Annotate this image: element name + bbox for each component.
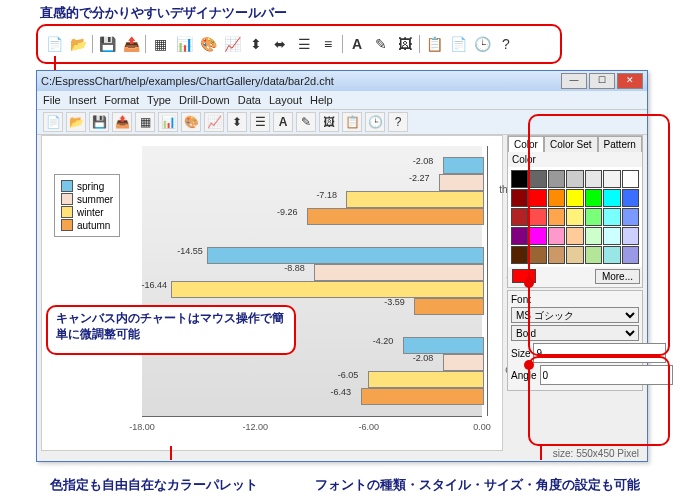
- x-axis: [142, 416, 482, 417]
- bar-label: -6.43: [331, 387, 352, 397]
- win-save-icon[interactable]: 💾: [89, 112, 109, 132]
- leader-dot: [524, 360, 534, 370]
- legend-item[interactable]: spring: [61, 180, 113, 192]
- menu-data[interactable]: Data: [238, 94, 261, 106]
- close-button[interactable]: ✕: [617, 73, 643, 89]
- trend-icon[interactable]: 📈: [222, 34, 242, 54]
- color-swatch[interactable]: [511, 227, 528, 245]
- copy-icon[interactable]: 📋: [424, 34, 444, 54]
- help-icon[interactable]: ?: [496, 34, 516, 54]
- x-tick-label: -18.00: [129, 422, 155, 432]
- win-open-icon[interactable]: 📂: [66, 112, 86, 132]
- win-list-icon[interactable]: ☰: [250, 112, 270, 132]
- list-icon[interactable]: ☰: [294, 34, 314, 54]
- menu-file[interactable]: File: [43, 94, 61, 106]
- text-icon[interactable]: A: [347, 34, 367, 54]
- win-sort-icon[interactable]: ⬍: [227, 112, 247, 132]
- grid-icon[interactable]: ▦: [150, 34, 170, 54]
- bar[interactable]: [368, 371, 484, 388]
- color-swatch[interactable]: [511, 208, 528, 226]
- win-pen-icon[interactable]: ✎: [296, 112, 316, 132]
- color-swatch[interactable]: [511, 170, 528, 188]
- maximize-button[interactable]: ☐: [589, 73, 615, 89]
- open-icon[interactable]: 📂: [68, 34, 88, 54]
- color-swatch[interactable]: [511, 189, 528, 207]
- color-swatch[interactable]: [511, 246, 528, 264]
- win-text-icon[interactable]: A: [273, 112, 293, 132]
- bar-label: -4.20: [373, 336, 394, 346]
- win-chart-icon[interactable]: 📊: [158, 112, 178, 132]
- win-export-icon[interactable]: 📤: [112, 112, 132, 132]
- bar[interactable]: [414, 298, 484, 315]
- bar[interactable]: [361, 388, 484, 405]
- time-icon[interactable]: 🕒: [472, 34, 492, 54]
- highlight-font-panel: [528, 356, 670, 446]
- chart-canvas[interactable]: -2.08-2.27-7.18-9.26three-14.55-8.88-16.…: [41, 135, 503, 451]
- x-tick-label: -12.00: [243, 422, 269, 432]
- annotation-font: フォントの種類・スタイル・サイズ・角度の設定も可能: [315, 476, 640, 494]
- menu-type[interactable]: Type: [147, 94, 171, 106]
- x-tick-label: -6.00: [358, 422, 379, 432]
- title-bar: C:/EspressChart/help/examples/ChartGalle…: [37, 71, 647, 91]
- bar-label: -2.08: [413, 353, 434, 363]
- bar[interactable]: [307, 208, 484, 225]
- x-tick-label: 0.00: [473, 422, 491, 432]
- sort-asc-icon[interactable]: ⬍: [246, 34, 266, 54]
- bar-label: -8.88: [284, 263, 305, 273]
- win-trend-icon[interactable]: 📈: [204, 112, 224, 132]
- bar-label: -3.59: [384, 297, 405, 307]
- bar-label: -9.26: [277, 207, 298, 217]
- legend-item[interactable]: autumn: [61, 219, 113, 231]
- plot-area[interactable]: -2.08-2.27-7.18-9.26three-14.55-8.88-16.…: [142, 146, 482, 416]
- paste-icon[interactable]: 📄: [448, 34, 468, 54]
- bar-label: -2.08: [413, 156, 434, 166]
- legend-item[interactable]: summer: [61, 193, 113, 205]
- bar-label: -2.27: [409, 173, 430, 183]
- win-grid-icon[interactable]: ▦: [135, 112, 155, 132]
- menu-layout[interactable]: Layout: [269, 94, 302, 106]
- menu-help[interactable]: Help: [310, 94, 333, 106]
- window-title: C:/EspressChart/help/examples/ChartGalle…: [41, 75, 334, 87]
- export-icon[interactable]: 📤: [121, 34, 141, 54]
- minimize-button[interactable]: —: [561, 73, 587, 89]
- bar[interactable]: [171, 281, 484, 298]
- annotation-canvas: キャンバス内のチャートはマウス操作で簡単に微調整可能: [46, 305, 296, 355]
- legend-item[interactable]: winter: [61, 206, 113, 218]
- chart-type-icon[interactable]: 📊: [174, 34, 194, 54]
- bar[interactable]: [346, 191, 484, 208]
- win-new-icon[interactable]: 📄: [43, 112, 63, 132]
- leader-line: [540, 446, 542, 460]
- menu-bar: File Insert Format Type Drill-Down Data …: [37, 91, 647, 109]
- menu-drilldown[interactable]: Drill-Down: [179, 94, 230, 106]
- bar[interactable]: [403, 337, 484, 354]
- bar[interactable]: [439, 174, 484, 191]
- save-icon[interactable]: 💾: [97, 34, 117, 54]
- new-icon[interactable]: 📄: [44, 34, 64, 54]
- bar[interactable]: [443, 157, 484, 174]
- palette-icon[interactable]: 🎨: [198, 34, 218, 54]
- win-time-icon[interactable]: 🕒: [365, 112, 385, 132]
- bar-label: -7.18: [316, 190, 337, 200]
- status-bar: size: 550x450 Pixel: [553, 448, 639, 459]
- bar-label: -16.44: [141, 280, 167, 290]
- win-palette-icon[interactable]: 🎨: [181, 112, 201, 132]
- sort-desc-icon[interactable]: ⬌: [270, 34, 290, 54]
- bar[interactable]: [207, 247, 484, 264]
- highlight-color-panel: [528, 114, 670, 356]
- bar-label: -6.05: [338, 370, 359, 380]
- numbered-list-icon[interactable]: ≡: [318, 34, 338, 54]
- win-help-icon[interactable]: ?: [388, 112, 408, 132]
- annotation-palette: 色指定も自由自在なカラーパレット: [50, 476, 258, 494]
- legend[interactable]: springsummerwinterautumn: [54, 174, 120, 237]
- pen-icon[interactable]: ✎: [371, 34, 391, 54]
- bar[interactable]: [443, 354, 484, 371]
- annotation-toolbar: 直感的で分かりやすいデザイナツールバー: [40, 4, 287, 22]
- bar[interactable]: [314, 264, 484, 281]
- y-axis: [487, 146, 488, 416]
- designer-toolbar: 📄 📂 💾 📤 ▦ 📊 🎨 📈 ⬍ ⬌ ☰ ≡ A ✎ 🖼 📋 📄 🕒 ?: [36, 24, 562, 64]
- image-icon[interactable]: 🖼: [395, 34, 415, 54]
- win-copy-icon[interactable]: 📋: [342, 112, 362, 132]
- menu-insert[interactable]: Insert: [69, 94, 97, 106]
- win-image-icon[interactable]: 🖼: [319, 112, 339, 132]
- menu-format[interactable]: Format: [104, 94, 139, 106]
